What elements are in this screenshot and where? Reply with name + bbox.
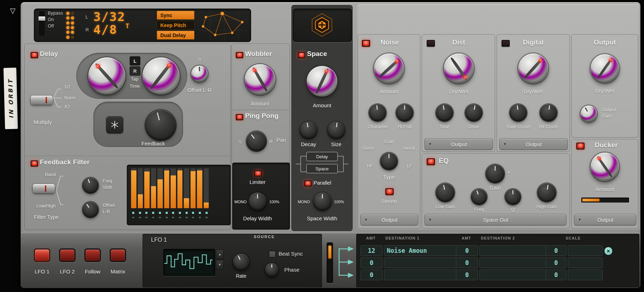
ducker-led[interactable]: [576, 143, 585, 149]
matrix-cell-dest1[interactable]: [384, 270, 457, 280]
digital-drywet-knob[interactable]: [518, 53, 548, 83]
space-out-dropdown[interactable]: ▼ Space Out: [425, 214, 566, 225]
low-gain-knob[interactable]: [436, 183, 455, 202]
stereo-label: Stereo: [381, 198, 397, 204]
matrix-cell-amt1[interactable]: 12: [360, 245, 383, 256]
ff-offset-label-1: Offset: [103, 203, 115, 208]
output-drywet-knob[interactable]: [591, 54, 619, 83]
lfo-shape-down-button[interactable]: ▼: [216, 260, 224, 270]
delay-time-left-knob[interactable]: [88, 57, 125, 94]
space-size-knob[interactable]: [328, 122, 345, 139]
matrix-cell-amt1[interactable]: 0: [360, 257, 383, 268]
character-knob[interactable]: [369, 104, 386, 121]
freq-shift-knob[interactable]: [83, 178, 98, 193]
matrix-cell-scale-val[interactable]: 0: [546, 257, 566, 268]
limiter-led[interactable]: [254, 170, 262, 176]
noise-type-knob[interactable]: [380, 153, 398, 170]
parallel-led[interactable]: [304, 180, 312, 186]
stereo-led[interactable]: [385, 188, 394, 195]
lfo-shape-up-button[interactable]: ▲: [216, 250, 224, 259]
space-amount-knob[interactable]: [307, 66, 337, 97]
digital-led[interactable]: [502, 40, 510, 47]
space-led[interactable]: [298, 52, 305, 58]
tab-follow[interactable]: [84, 249, 101, 262]
output-gain-knob[interactable]: [581, 106, 597, 122]
tap-right-button[interactable]: R: [130, 66, 140, 76]
rate-crush-knob[interactable]: [510, 104, 527, 121]
matrix-cell-dest1[interactable]: [384, 257, 457, 268]
dist-led[interactable]: [427, 40, 435, 47]
matrix-cell-dest2[interactable]: [479, 257, 547, 268]
wobbler-amount-knob[interactable]: [245, 64, 275, 95]
sync-button[interactable]: Sync: [157, 11, 194, 20]
matrix-cell-scale-curve[interactable]: [568, 270, 603, 280]
pingpong-divider: [232, 110, 289, 111]
dual-delay-button[interactable]: Dual Delay: [157, 31, 194, 40]
feedback-filter-led[interactable]: [31, 160, 38, 167]
lfo-rate-knob[interactable]: [233, 254, 249, 270]
ff-offset-knob[interactable]: [83, 202, 98, 217]
feedback-label: Feedback: [141, 140, 165, 147]
multiply-switch[interactable]: [31, 96, 53, 105]
wobbler-led[interactable]: [236, 52, 243, 58]
matrix-cell-amt2[interactable]: 0: [456, 270, 478, 280]
bypass-switch-handle[interactable]: [38, 16, 45, 21]
eq-led[interactable]: [427, 158, 435, 165]
tone-knob[interactable]: [436, 104, 453, 121]
delay-offset-knob[interactable]: [191, 66, 208, 82]
drive-knob[interactable]: [465, 104, 482, 121]
freeze-button[interactable]: [106, 116, 123, 133]
tab-lfo1[interactable]: [34, 249, 50, 262]
matrix-cell-dest2[interactable]: [479, 270, 547, 280]
matrix-cell-scale-val[interactable]: 0: [546, 245, 566, 256]
matrix-clear-button[interactable]: ✕: [604, 247, 613, 255]
matrix-cell-dest2[interactable]: [479, 245, 547, 256]
eq-freq-knob[interactable]: [471, 189, 487, 205]
eq-q-knob[interactable]: [505, 189, 521, 205]
tab-matrix[interactable]: [110, 249, 126, 262]
spectrum-dots-2: [131, 217, 209, 218]
matrix-cell-scale-curve[interactable]: [568, 257, 603, 268]
ducker-amount-knob[interactable]: [591, 153, 619, 181]
matrix-header-dest1: DESTINATION 1: [385, 236, 420, 240]
space-decay-knob[interactable]: [300, 122, 317, 139]
matrix-cell-scale-val[interactable]: 0: [546, 270, 566, 280]
space-width-knob[interactable]: [313, 193, 331, 210]
matrix-cell-amt2[interactable]: 0: [456, 257, 478, 268]
dist-title: Dist: [452, 39, 465, 46]
bit-crush-knob[interactable]: [540, 104, 557, 121]
ducker-output-dropdown[interactable]: ▼ Output: [574, 214, 636, 225]
chevron-down-icon: ▼: [364, 218, 368, 221]
lfo-amount-slider[interactable]: [327, 242, 333, 283]
bypass-switch[interactable]: [39, 11, 45, 36]
beat-sync-checkbox[interactable]: [269, 250, 276, 258]
delay-time-right-knob[interactable]: [142, 57, 180, 94]
matrix-cell-scale-curve[interactable]: [568, 245, 603, 256]
matrix-cell-amt1[interactable]: 0: [360, 270, 383, 280]
noise-amount-knob[interactable]: [374, 53, 404, 83]
digital-output-dropdown[interactable]: ▼ Output: [499, 138, 568, 150]
tap-left-button[interactable]: L: [130, 56, 140, 66]
lfo-waveform-display[interactable]: [163, 249, 215, 276]
tab-lfo2[interactable]: [59, 249, 76, 262]
lfo-phase-knob[interactable]: [265, 263, 279, 277]
collapse-triangle-icon[interactable]: ▽: [10, 6, 15, 15]
noise-output-dropdown[interactable]: ▼ Output: [360, 214, 418, 225]
pan-knob[interactable]: [246, 131, 266, 151]
dist-output-dropdown[interactable]: ▼ Output: [425, 138, 493, 150]
delay-led[interactable]: [31, 52, 38, 58]
feedback-knob[interactable]: [145, 110, 176, 140]
noise-led[interactable]: [362, 40, 370, 47]
keep-pitch-button[interactable]: Keep Pitch: [157, 21, 194, 30]
display-right-value[interactable]: 4/8: [93, 22, 117, 37]
high-gain-knob[interactable]: [537, 183, 556, 202]
display-left-value[interactable]: 3/32: [93, 10, 125, 24]
matrix-cell-amt2[interactable]: 0: [456, 245, 478, 256]
filter-type-switch[interactable]: [33, 184, 55, 193]
eq-gain-knob[interactable]: [486, 164, 504, 183]
dist-drywet-knob[interactable]: [444, 53, 474, 83]
matrix-cell-dest1[interactable]: Noise Amoun: [384, 245, 457, 256]
delay-width-knob[interactable]: [249, 193, 266, 210]
hi-end-knob[interactable]: [396, 104, 413, 121]
ping-pong-led[interactable]: [236, 114, 243, 120]
